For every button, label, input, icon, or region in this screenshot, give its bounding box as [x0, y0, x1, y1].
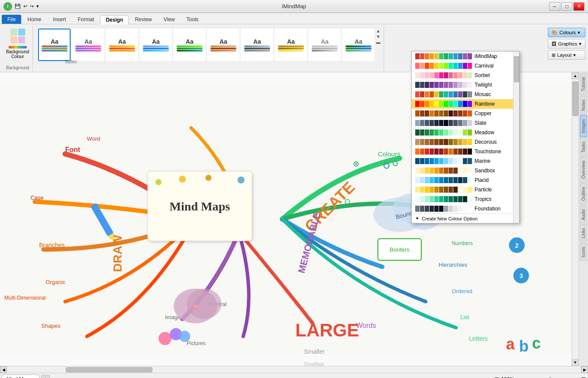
tab-file[interactable]: File: [2, 15, 21, 24]
dropdown-item-sandbox[interactable]: Sandbox: [412, 166, 519, 175]
scroll-up-icon[interactable]: ▲: [376, 29, 380, 33]
dropdown-item-rainbow[interactable]: Rainbow: [412, 99, 519, 109]
style-thumb-3[interactable]: Aa: [106, 29, 138, 61]
svg-text:c: c: [532, 334, 541, 352]
svg-text:Image: Image: [165, 314, 181, 320]
dropdown-item-decorous[interactable]: Decorous: [412, 137, 519, 147]
style-thumb-9[interactable]: Aa: [308, 29, 341, 61]
background-group: Background Colour Background: [3, 26, 33, 71]
tab-insert[interactable]: Insert: [47, 15, 71, 24]
dropdown-item-carnival[interactable]: Carnival: [412, 61, 519, 71]
style-thumb-6[interactable]: Aa: [207, 29, 239, 61]
hscroll-thumb[interactable]: [66, 367, 152, 372]
layout-button[interactable]: ⊞ Layout ▾: [548, 50, 585, 60]
sidebar-tab-overview[interactable]: Overview: [580, 157, 587, 183]
dropdown-item-placid[interactable]: Placid: [412, 175, 519, 185]
hscroll-left-btn[interactable]: ◀: [0, 366, 7, 373]
dropdown-item-label: Foundation: [475, 206, 501, 212]
style-thumb-7[interactable]: Aa: [241, 29, 273, 61]
dropdown-item-sorbet[interactable]: Sorbet: [412, 71, 519, 80]
sidebar-tab-images[interactable]: Images: [580, 115, 587, 137]
tab-review[interactable]: Review: [129, 15, 157, 24]
app-logo: i: [3, 2, 12, 11]
dropdown-item-tropics[interactable]: Tropics: [412, 194, 519, 204]
dropdown-scrollbar-thumb: [514, 56, 519, 82]
scroll-more-icon[interactable]: ▬: [376, 40, 380, 45]
tab-view[interactable]: View: [158, 15, 181, 24]
dropdown-item-particle[interactable]: Particle: [412, 185, 519, 194]
zoom-minus-icon[interactable]: ─: [516, 376, 520, 378]
quick-access-redo[interactable]: ↪: [30, 3, 34, 9]
style-thumb-8[interactable]: Aa: [275, 29, 307, 61]
svg-text:Case: Case: [30, 194, 43, 201]
dropdown-item-label: Touchstone: [475, 149, 501, 155]
sidebar-tab-audio[interactable]: Audio: [580, 205, 587, 224]
sidebar-tab-links[interactable]: Links: [580, 224, 587, 242]
svg-text:Hierarchies: Hierarchies: [439, 262, 467, 268]
scroll-down-btn[interactable]: ▼: [572, 359, 578, 366]
svg-text:Mind Maps: Mind Maps: [170, 200, 230, 213]
dropdown-item-label: Tropics: [475, 196, 491, 202]
sidebar-tab-tutorial[interactable]: Tutorial: [580, 73, 587, 95]
dropdown-item-mosaic[interactable]: Mosaic: [412, 90, 519, 99]
quick-access-undo[interactable]: ↩: [23, 3, 27, 9]
dropdown-item-imindmap[interactable]: iMindMap: [412, 52, 519, 61]
sidebar-tab-tasks[interactable]: Tasks: [580, 138, 587, 157]
style-thumb-1[interactable]: Aa: [38, 29, 71, 61]
dropdown-item-twilight[interactable]: Twilight: [412, 80, 519, 90]
svg-text:Pictures: Pictures: [187, 340, 205, 346]
ribbon-content: Background Colour Background Aa: [0, 24, 588, 72]
create-new-colour-option[interactable]: ✦ Create New Colour Option: [412, 213, 519, 223]
dropdown-item-meadow[interactable]: Meadow: [412, 128, 519, 137]
sidebar-tab-outline[interactable]: Outline: [580, 183, 587, 205]
dropdown-item-touchstone[interactable]: Touchstone: [412, 147, 519, 156]
dropdown-item-slate[interactable]: Slate: [412, 118, 519, 128]
svg-point-7: [179, 176, 186, 183]
background-colour-button[interactable]: Background Colour: [6, 27, 29, 59]
zoom-plus-icon[interactable]: +: [576, 376, 579, 378]
tab-home[interactable]: Home: [22, 15, 47, 24]
svg-text:List: List: [460, 314, 469, 320]
dropdown-item-marine[interactable]: Marine: [412, 156, 519, 166]
style-thumb-10[interactable]: Aa: [342, 29, 375, 61]
vertical-scrollbar[interactable]: ▲ ▼: [572, 72, 578, 366]
tab-format[interactable]: Format: [72, 15, 100, 24]
sidebar-tab-icons[interactable]: Icons: [580, 243, 587, 261]
svg-text:Letters: Letters: [469, 335, 488, 342]
maximize-button[interactable]: □: [561, 2, 572, 11]
svg-point-9: [155, 179, 162, 185]
filter-icon[interactable]: ⊟: [494, 376, 499, 378]
sidebar-tab-notes[interactable]: Notes: [580, 96, 587, 115]
dropdown-item-copper[interactable]: Copper: [412, 109, 519, 118]
scroll-up-btn[interactable]: ▲: [572, 72, 578, 79]
hscroll-right-btn[interactable]: ▶: [581, 366, 588, 373]
add-tab-button[interactable]: +: [41, 375, 50, 378]
dropdown-item-label: Mosaic: [475, 91, 491, 97]
mind-map-tab[interactable]: Mind Map ×: [2, 375, 39, 378]
tab-design[interactable]: Design: [100, 15, 129, 24]
horizontal-scrollbar[interactable]: ◀ ▶: [0, 366, 588, 373]
dropdown-item-foundation[interactable]: Foundation: [412, 204, 519, 213]
quick-access-save[interactable]: 💾: [15, 3, 21, 9]
graphics-button[interactable]: 🖼 Graphics ▾: [548, 39, 585, 48]
tab-tools[interactable]: Tools: [181, 15, 204, 24]
svg-point-50: [158, 332, 171, 345]
svg-text:2: 2: [515, 242, 519, 249]
vscroll-thumb[interactable]: [572, 81, 578, 116]
style-thumb-5[interactable]: Aa: [173, 29, 206, 61]
scroll-down-icon[interactable]: ▼: [376, 34, 380, 39]
style-scroll-arrows[interactable]: ▲ ▼ ▬: [376, 29, 380, 45]
colours-icon: 🎨: [552, 30, 558, 36]
minimize-button[interactable]: ─: [549, 2, 560, 11]
dropdown-list: iMindMapCarnivalSorbetTwilightMosaicRain…: [412, 52, 519, 213]
tab-label: Mind Map: [6, 376, 29, 378]
close-button[interactable]: ✕: [573, 2, 585, 11]
svg-rect-2: [18, 29, 25, 36]
colours-button[interactable]: 🎨 Colours ▾: [548, 28, 585, 37]
dropdown-item-label: Marine: [475, 158, 491, 164]
background-colour-icon: [7, 27, 29, 48]
zoom-fit-icon[interactable]: ⊞: [581, 376, 586, 378]
style-thumb-2[interactable]: Aa: [72, 29, 104, 61]
style-thumb-4[interactable]: Aa: [139, 29, 172, 61]
dropdown-scrollbar[interactable]: [513, 52, 519, 223]
